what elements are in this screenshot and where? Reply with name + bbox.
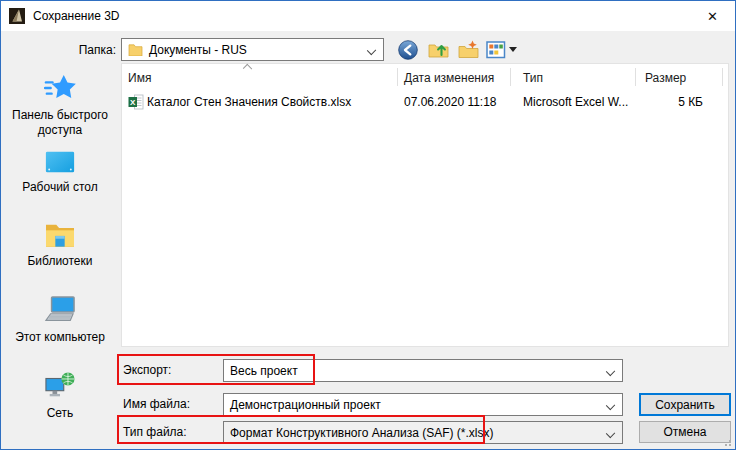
libraries-folder-icon [44, 221, 76, 249]
column-divider[interactable] [722, 68, 723, 86]
cancel-button-label: Отмена [663, 425, 706, 439]
back-icon [398, 40, 418, 60]
sidebar-item-network[interactable]: Сеть [1, 371, 119, 421]
file-list: Имя Дата изменения Тип Размер X Каталог … [121, 63, 729, 347]
column-divider[interactable] [510, 68, 511, 86]
chevron-down-icon [606, 367, 615, 376]
up-one-level-button[interactable] [427, 39, 449, 61]
file-row[interactable]: X Каталог Стен Значения Свойств.xlsx 07.… [122, 92, 728, 112]
file-list-header: Имя Дата изменения Тип Размер [122, 64, 728, 90]
column-header-type[interactable]: Тип [523, 71, 543, 85]
file-size: 5 КБ [635, 95, 703, 109]
column-divider[interactable] [397, 68, 398, 86]
column-header-date[interactable]: Дата изменения [404, 71, 494, 85]
views-dropdown-arrow-icon[interactable] [509, 47, 517, 52]
chevron-down-icon [367, 46, 376, 55]
filetype-value: Формат Конструктивного Анализа (SAF) (*.… [230, 426, 494, 440]
filename-value: Демонстрационный проект [230, 398, 381, 412]
filename-input[interactable]: Демонстрационный проект [223, 393, 623, 416]
column-divider[interactable] [635, 68, 636, 86]
file-type: Microsoft Excel W... [523, 95, 628, 109]
export-label: Экспорт: [123, 363, 171, 377]
sidebar-item-label: Панель быстрого доступа [1, 108, 119, 138]
back-button[interactable] [397, 39, 419, 61]
places-sidebar: Панель быстрого доступа Рабочий стол Биб… [1, 63, 119, 449]
folder-label: Папка: [41, 43, 116, 57]
cancel-button[interactable]: Отмена [639, 421, 731, 443]
this-pc-icon [42, 295, 78, 325]
sidebar-item-libraries[interactable]: Библиотеки [1, 221, 119, 269]
save-button[interactable]: Сохранить [639, 393, 731, 416]
export-dropdown[interactable]: Весь проект [223, 359, 623, 382]
svg-text:X: X [130, 98, 136, 107]
chevron-down-icon [606, 401, 615, 410]
column-header-name[interactable]: Имя [128, 71, 151, 85]
quick-access-star-icon [44, 73, 76, 103]
chevron-down-icon [606, 429, 615, 438]
filetype-label: Тип файла: [123, 425, 187, 439]
sidebar-item-desktop[interactable]: Рабочий стол [1, 149, 119, 195]
new-folder-icon [458, 40, 479, 60]
close-icon: ✕ [707, 9, 718, 24]
sidebar-item-label: Рабочий стол [22, 180, 97, 195]
sidebar-item-quick-access[interactable]: Панель быстрого доступа [1, 73, 119, 138]
close-button[interactable]: ✕ [690, 1, 735, 31]
folder-up-icon [428, 40, 449, 60]
column-header-size[interactable]: Размер [645, 71, 686, 85]
folder-icon [128, 43, 143, 56]
resize-grip[interactable] [722, 437, 732, 447]
file-date: 07.06.2020 11:18 [404, 95, 497, 109]
sort-ascending-icon [243, 64, 252, 73]
views-menu-button[interactable] [485, 39, 507, 61]
sidebar-item-label: Этот компьютер [15, 330, 105, 345]
excel-file-icon: X [128, 94, 144, 110]
folder-dropdown-value: Документы - RUS [149, 43, 247, 57]
save-dialog-window: Сохранение 3D ✕ Папка: Документы - RUS [0, 0, 736, 450]
views-icon [486, 40, 506, 60]
sidebar-item-label: Сеть [47, 406, 74, 421]
sidebar-item-label: Библиотеки [27, 254, 92, 269]
save-button-label: Сохранить [655, 398, 715, 412]
export-dropdown-value: Весь проект [230, 364, 298, 378]
filetype-dropdown[interactable]: Формат Конструктивного Анализа (SAF) (*.… [223, 421, 623, 444]
folder-dropdown[interactable]: Документы - RUS [121, 38, 384, 61]
sidebar-item-this-pc[interactable]: Этот компьютер [1, 295, 119, 345]
desktop-icon [44, 149, 76, 175]
titlebar: Сохранение 3D ✕ [1, 1, 735, 31]
file-name: Каталог Стен Значения Свойств.xlsx [147, 95, 351, 109]
filename-label: Имя файла: [123, 397, 190, 411]
window-title: Сохранение 3D [33, 9, 120, 23]
network-icon [44, 371, 76, 401]
new-folder-button[interactable] [457, 39, 479, 61]
app-logo-icon [9, 8, 25, 24]
